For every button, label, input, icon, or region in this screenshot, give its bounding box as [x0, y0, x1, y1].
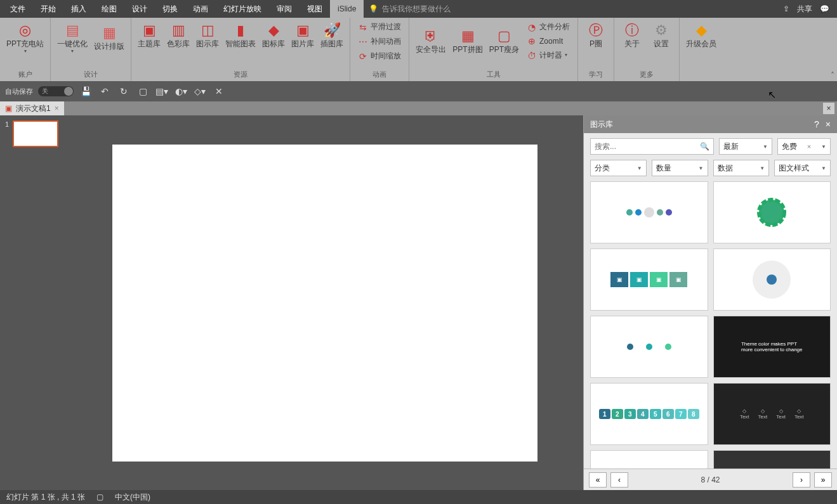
upgrade-button[interactable]: ◆升级会员	[683, 20, 719, 51]
collage-button[interactable]: ▦PPT拼图	[450, 20, 485, 62]
station-icon: ◎	[16, 22, 34, 39]
diagram-lib-button[interactable]: ◫图示库	[194, 20, 221, 51]
template-item[interactable]: ◇Text◇Text◇Text◇Text	[713, 383, 831, 445]
main-area: 1 图示库 ? × 🔍 最新▼ 免费×▼ 分类▼	[0, 115, 837, 490]
smooth-transition-button[interactable]: ⇆平滑过渡	[354, 20, 405, 34]
menu-bar: 文件 开始 插入 绘图 设计 切换 动画 幻灯片放映 审阅 视图 iSlide …	[0, 0, 837, 18]
template-item[interactable]	[713, 450, 831, 468]
group-learn: 学习	[589, 70, 603, 81]
clock-icon: ⏱	[527, 51, 537, 61]
menu-islide[interactable]: iSlide	[330, 0, 364, 18]
icon-lib-button[interactable]: ◆图标库	[260, 20, 287, 51]
tween-button[interactable]: ⋯补间动画	[354, 35, 405, 48]
category-dropdown[interactable]: 分类▼	[590, 160, 647, 176]
last-page-button[interactable]: »	[814, 472, 832, 488]
page-indicator: 8 / 42	[632, 475, 789, 484]
qat-btn-5[interactable]: ✕	[212, 84, 226, 98]
template-item[interactable]: Theme color makes PPTmore convenient to …	[713, 316, 831, 378]
bulb-icon: 💡	[369, 4, 378, 13]
doc-tab[interactable]: ▣ 演示文稿1 ×	[0, 101, 64, 115]
tell-me-search[interactable]: 💡 告诉我你想要做什么	[369, 4, 451, 15]
timer-button[interactable]: ⏱计时器▾	[523, 49, 574, 62]
analyze-button[interactable]: ◔文件分析	[523, 20, 574, 34]
price-dropdown[interactable]: 免费×▼	[777, 138, 831, 155]
qat-btn-4[interactable]: ◇▾	[193, 84, 207, 98]
help-icon[interactable]: ?	[814, 119, 819, 129]
prev-page-button[interactable]: ‹	[610, 472, 628, 488]
template-item[interactable]	[713, 249, 831, 311]
color-lib-button[interactable]: ▥色彩库	[164, 20, 192, 51]
redo-button[interactable]: ↻	[117, 84, 131, 98]
chevron-down-icon: ▼	[821, 144, 826, 150]
style-dropdown[interactable]: 图文样式▼	[774, 160, 831, 176]
menu-slideshow[interactable]: 幻灯片放映	[216, 0, 269, 18]
template-item[interactable]: 12345678	[590, 383, 708, 445]
chevron-down-icon: ▼	[763, 144, 768, 150]
autosave-toggle[interactable]: 关	[38, 86, 74, 96]
share-label[interactable]: 共享	[797, 4, 812, 15]
menu-insert[interactable]: 插入	[63, 0, 94, 18]
illust-lib-button[interactable]: 🚀插图库	[318, 20, 346, 51]
image-lib-button[interactable]: ▣图片库	[289, 20, 317, 51]
undo-button[interactable]: ↶	[98, 84, 112, 98]
qat-btn-3[interactable]: ◐▾	[174, 84, 188, 98]
menu-home[interactable]: 开始	[33, 0, 63, 18]
search-input[interactable]	[595, 142, 700, 151]
menu-view[interactable]: 视图	[300, 0, 330, 18]
group-tools: 工具	[487, 70, 501, 81]
template-item[interactable]	[713, 181, 831, 243]
zoomit-button[interactable]: ⊕ZoomIt	[523, 35, 574, 48]
accessibility-icon[interactable]: ▢	[96, 493, 103, 501]
sort-dropdown[interactable]: 最新▼	[719, 138, 772, 155]
optimize-button[interactable]: ▤一键优化▾	[55, 20, 90, 56]
close-all-tabs-button[interactable]: ×	[823, 103, 834, 114]
clear-icon[interactable]: ×	[807, 143, 811, 150]
search-box[interactable]: 🔍	[590, 138, 714, 155]
pquan-button[interactable]: ⓅP圈	[582, 20, 610, 51]
share-icon[interactable]: ⇪	[783, 4, 789, 13]
menu-transition[interactable]: 切换	[155, 0, 185, 18]
layout-icon: ▦	[100, 24, 118, 42]
template-item[interactable]	[590, 181, 708, 243]
save-button[interactable]: 💾	[79, 84, 93, 98]
menu-animation[interactable]: 动画	[185, 0, 216, 18]
menu-draw[interactable]: 绘图	[94, 0, 124, 18]
search-icon[interactable]: 🔍	[700, 142, 709, 151]
comments-icon[interactable]: 💬	[820, 4, 829, 13]
data-dropdown[interactable]: 数据▼	[713, 160, 770, 176]
first-page-button[interactable]: «	[589, 472, 607, 488]
template-item[interactable]: ▣▣▣▣	[590, 249, 708, 311]
qat-btn-2[interactable]: ▤▾	[155, 84, 169, 98]
language-indicator[interactable]: 中文(中国)	[115, 492, 150, 503]
chart-lib-button[interactable]: ▮智能图表	[223, 20, 258, 51]
about-button[interactable]: ⓘ关于	[618, 20, 646, 51]
slide-thumbnail-1[interactable]	[13, 120, 58, 147]
status-bar: 幻灯片 第 1 张 , 共 1 张 ▢ 中文(中国)	[0, 490, 837, 504]
qat-btn-1[interactable]: ▢	[136, 84, 150, 98]
template-item[interactable]	[590, 450, 708, 468]
menu-file[interactable]: 文件	[3, 0, 33, 18]
slim-button[interactable]: ▢PPT瘦身	[487, 20, 522, 62]
menu-design[interactable]: 设计	[124, 0, 155, 18]
group-resource: 资源	[234, 70, 247, 81]
ppt-station-button[interactable]: ◎ PPT充电站 ▾	[4, 20, 46, 56]
collapse-ribbon-icon[interactable]: ˄	[831, 71, 834, 80]
template-grid: ▣▣▣▣ Theme color makes PPTmore convenien…	[584, 181, 837, 468]
template-item[interactable]	[590, 316, 708, 378]
time-scale-button[interactable]: ⟳时间缩放	[354, 49, 405, 63]
menu-review[interactable]: 审阅	[269, 0, 300, 18]
next-page-button[interactable]: ›	[793, 472, 810, 488]
settings-button[interactable]: ⚙设置	[647, 20, 675, 51]
slide-canvas[interactable]	[112, 145, 537, 462]
panel-title: 图示库	[590, 119, 613, 130]
dots-icon: ⋯	[358, 37, 368, 47]
optimize-icon: ▤	[63, 22, 81, 39]
close-panel-icon[interactable]: ×	[826, 119, 831, 129]
export-button[interactable]: ⛨安全导出	[413, 20, 449, 62]
quantity-dropdown[interactable]: 数量▼	[652, 160, 708, 176]
image-icon: ▣	[294, 22, 312, 39]
layout-button[interactable]: ▦设计排版	[91, 20, 127, 56]
ppt-icon: ▣	[5, 104, 12, 113]
close-tab-icon[interactable]: ×	[55, 104, 59, 113]
theme-lib-button[interactable]: ▣主题库	[135, 20, 163, 51]
